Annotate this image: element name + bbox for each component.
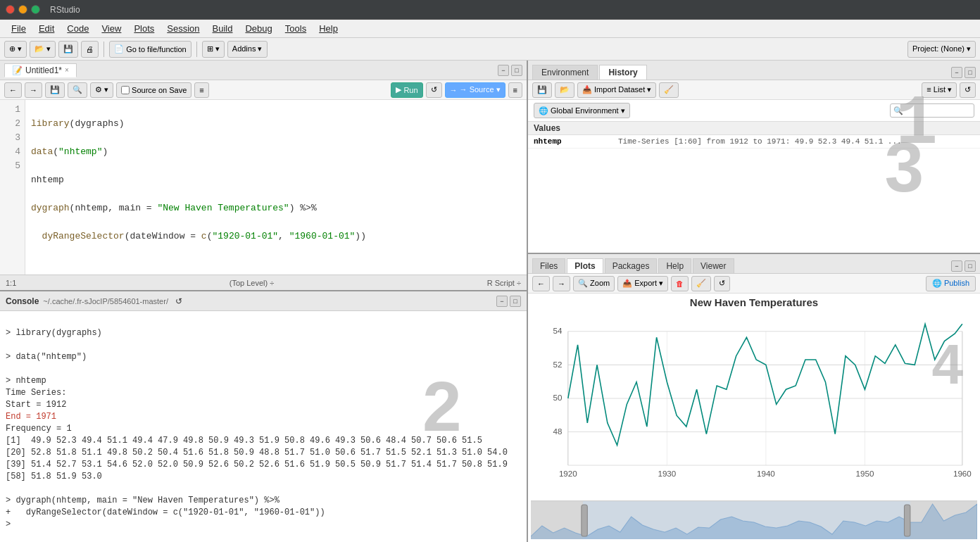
- range-selector[interactable]: [531, 500, 977, 539]
- tab-close-icon[interactable]: ×: [65, 66, 69, 74]
- svg-text:54: 54: [553, 326, 562, 335]
- chart-svg: 54 52 50 48 1920 1930 1940 1950 1960: [531, 311, 977, 500]
- open-file-button[interactable]: 📂 ▾: [30, 41, 56, 58]
- publish-button[interactable]: 🌐 Publish: [926, 276, 976, 291]
- editor-options-btn[interactable]: ≡: [508, 82, 522, 98]
- code-line-1: library(dygraphs): [31, 117, 521, 131]
- tab-history[interactable]: History: [599, 65, 646, 80]
- tab-files[interactable]: Files: [532, 258, 565, 273]
- menu-edit[interactable]: Edit: [33, 22, 60, 35]
- editor-find-btn[interactable]: 🔍: [68, 82, 87, 98]
- svg-text:48: 48: [553, 427, 562, 436]
- console-maximize-btn[interactable]: □: [510, 296, 521, 307]
- code-content[interactable]: library(dygraphs) data("nhtemp") nhtemp …: [25, 100, 527, 275]
- goto-file-button[interactable]: 📄 Go to file/function: [109, 41, 191, 58]
- editor-save-btn[interactable]: 💾: [45, 82, 65, 98]
- console-line-2: > data("nhtemp"): [6, 352, 87, 362]
- editor-code-tools-btn[interactable]: ⚙ ▾: [90, 82, 113, 98]
- editor-tab-untitled1[interactable]: 📝 Untitled1* ×: [4, 63, 77, 77]
- menu-code[interactable]: Code: [61, 22, 94, 35]
- source-arrow-icon: →: [450, 86, 458, 94]
- close-button[interactable]: [6, 5, 15, 14]
- console-refresh-icon[interactable]: ↺: [175, 296, 182, 306]
- plots-pane: Files Plots Packages Help Viewer − □ ← →…: [528, 254, 980, 542]
- cursor-position: 1:1: [6, 279, 16, 287]
- line-num-3: 3: [4, 131, 20, 145]
- editor-toolbar: ← → 💾 🔍 ⚙ ▾ Source on Save ≡ ▶ Run ↺ →: [0, 80, 527, 100]
- menu-session[interactable]: Session: [161, 22, 205, 35]
- editor-panel-controls: − □: [498, 65, 522, 76]
- source-button[interactable]: → → Source ▾: [445, 82, 505, 98]
- global-env-dropdown[interactable]: 🌐 Global Environment ▾: [534, 103, 630, 118]
- clear-plots-btn[interactable]: 🧹: [691, 276, 711, 291]
- new-file-button[interactable]: ⊕ ▾: [4, 41, 27, 58]
- tab-help[interactable]: Help: [658, 258, 691, 273]
- workspace-button[interactable]: ⊞ ▾: [202, 41, 225, 58]
- zoom-button[interactable]: 🔍 Zoom: [573, 276, 615, 291]
- code-line-2: data("nhtemp"): [31, 145, 521, 159]
- tab-environment[interactable]: Environment: [532, 65, 598, 80]
- console-out-7: [39] 51.4 52.7 53.1 54.6 52.0 52.0 50.9 …: [6, 460, 508, 469]
- env-minimize-btn[interactable]: −: [951, 67, 962, 78]
- project-button[interactable]: Project: (None) ▾: [907, 41, 976, 58]
- list-view-btn[interactable]: ≡ List ▾: [922, 82, 957, 98]
- tab-packages[interactable]: Packages: [605, 258, 658, 273]
- menu-help[interactable]: Help: [313, 22, 344, 35]
- svg-text:1950: 1950: [856, 469, 874, 478]
- chart-container: 54 52 50 48 1920 1930 1940 1950 1960 4: [531, 311, 977, 500]
- plot-content: New Haven Temperatures: [528, 294, 980, 542]
- editor-back-btn[interactable]: ←: [4, 82, 22, 98]
- run-button[interactable]: ▶ Run: [391, 82, 422, 98]
- rerun-button[interactable]: ↺: [426, 82, 442, 98]
- source-on-save-btn[interactable]: Source on Save: [116, 82, 191, 98]
- chart-line: [568, 324, 962, 445]
- save-env-btn[interactable]: 💾: [532, 82, 552, 98]
- menu-view[interactable]: View: [96, 22, 127, 35]
- menu-file[interactable]: File: [6, 22, 32, 35]
- addins-button[interactable]: Addins ▾: [227, 41, 268, 58]
- plot-back-btn[interactable]: ←: [532, 276, 550, 291]
- menu-debug[interactable]: Debug: [239, 22, 277, 35]
- editor-minimize-btn[interactable]: −: [498, 65, 509, 76]
- file-type-indicator[interactable]: R Script ÷: [487, 279, 521, 287]
- menu-build[interactable]: Build: [207, 22, 239, 35]
- plot-maximize-btn[interactable]: □: [965, 260, 976, 272]
- console-cursor[interactable]: >: [6, 519, 15, 529]
- import-dataset-btn[interactable]: 📥 Import Dataset ▾: [577, 82, 656, 98]
- env-refresh-btn[interactable]: ↺: [960, 82, 976, 98]
- env-search-input[interactable]: [890, 103, 974, 118]
- export-button[interactable]: 📤 Export ▾: [617, 276, 668, 291]
- delete-plot-btn[interactable]: 🗑: [671, 276, 689, 291]
- maximize-button[interactable]: [31, 5, 40, 14]
- menu-plots[interactable]: Plots: [128, 22, 160, 35]
- editor-list-btn[interactable]: ≡: [194, 82, 208, 98]
- env-tabs: Environment History − □: [528, 61, 980, 80]
- plot-forward-btn[interactable]: →: [553, 276, 570, 291]
- editor-tab-label: Untitled1*: [25, 65, 62, 75]
- plot-refresh-btn[interactable]: ↺: [714, 276, 730, 291]
- console-out-4: Frequency = 1: [6, 424, 72, 434]
- save-button[interactable]: 💾: [58, 41, 78, 58]
- console-minimize-btn[interactable]: −: [496, 296, 508, 307]
- svg-rect-21: [582, 505, 587, 536]
- tab-viewer[interactable]: Viewer: [693, 258, 734, 273]
- menu-tools[interactable]: Tools: [279, 22, 312, 35]
- minimize-button[interactable]: [18, 5, 27, 14]
- range-selector-svg: [531, 501, 977, 539]
- tab-plots[interactable]: Plots: [567, 258, 603, 273]
- clear-env-btn[interactable]: 🧹: [659, 82, 679, 98]
- app-title: RStudio: [50, 5, 80, 15]
- editor-maximize-btn[interactable]: □: [511, 65, 522, 76]
- source-on-save-checkbox[interactable]: [121, 86, 130, 94]
- editor-status-bar: 1:1 (Top Level) ÷ R Script ÷: [0, 275, 527, 290]
- code-line-4: dygraph(nhtemp, main = "New Haven Temper…: [31, 201, 521, 215]
- env-maximize-btn[interactable]: □: [965, 67, 976, 78]
- load-env-btn[interactable]: 📂: [555, 82, 574, 98]
- env-row-nhtemp[interactable]: nhtemp Time-Series [1:60] from 1912 to 1…: [528, 135, 980, 149]
- line-numbers: 1 2 3 4 5: [0, 100, 25, 275]
- editor-forward-btn[interactable]: →: [25, 82, 42, 98]
- console-content[interactable]: > library(dygraphs) > data("nhtemp") > n…: [0, 311, 527, 542]
- print-button[interactable]: 🖨: [81, 41, 99, 58]
- env-var-name: nhtemp: [534, 137, 618, 146]
- plot-minimize-btn[interactable]: −: [951, 260, 962, 272]
